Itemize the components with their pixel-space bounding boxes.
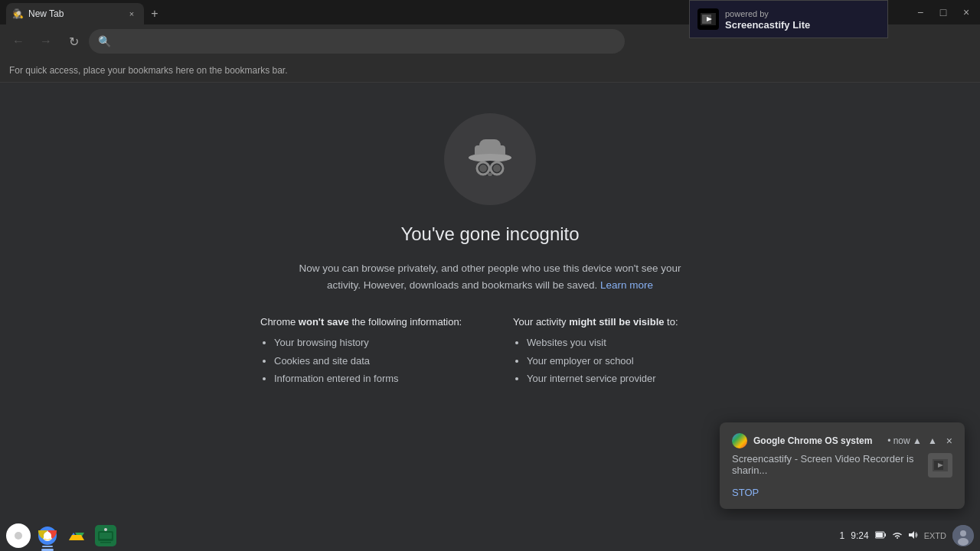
forward-button[interactable]: → [34,29,58,54]
still-visible-column: Your activity might still be visible to:… [513,316,720,390]
user-avatar[interactable] [952,525,974,546]
svg-rect-31 [100,542,111,543]
chrome-os-logo-icon [732,433,747,448]
window-controls: − □ × [910,0,980,24]
volume-icon [909,530,918,541]
taskbar: 1 9:24 EXTD [0,520,980,551]
new-tab-button[interactable]: + [144,3,165,24]
wont-save-list: Your browsing history Cookies and site d… [260,335,467,386]
svg-rect-33 [884,533,886,536]
tab-title: New Tab [28,8,121,19]
svg-point-6 [469,154,511,161]
incognito-description: Now you can browse privately, and other … [291,260,689,293]
screencastify-logo-icon [697,8,719,30]
svg-point-37 [960,530,966,536]
omnibox[interactable]: 🔍 [89,29,625,54]
page-count: 1 [840,530,845,541]
list-item: Information entered in forms [274,371,467,386]
svg-rect-34 [876,533,883,537]
notification-thumbnail [928,453,952,478]
incognito-title: You've gone incognito [400,223,579,245]
tab-close-button[interactable]: × [126,8,138,20]
notification-actions: STOP [732,487,952,498]
incognito-icon-wrapper [444,113,536,205]
screencastify-banner: powered by Screencastify Lite [689,0,888,38]
svg-point-29 [104,528,107,531]
screencastify-text: powered by Screencastify Lite [725,8,810,31]
svg-point-38 [958,538,969,546]
svg-point-11 [493,165,501,172]
notification-source: Google Chrome OS system [753,435,881,446]
taskbar-chrome-icon[interactable] [35,523,60,548]
back-button[interactable]: ← [6,29,31,54]
maximize-button[interactable]: □ [933,2,954,23]
still-visible-list: Websites you visit Your employer or scho… [513,335,720,386]
info-columns: Chrome won't save the following informat… [260,316,720,390]
svg-point-13 [488,173,492,176]
extd-label: EXTD [924,531,946,540]
svg-point-9 [479,165,487,172]
active-tab[interactable]: 🕵️ New Tab × [6,3,144,24]
wont-save-title: Chrome won't save the following informat… [260,316,467,328]
wont-save-column: Chrome won't save the following informat… [260,316,467,390]
still-visible-title: Your activity might still be visible to: [513,316,720,328]
learn-more-link[interactable]: Learn more [600,279,653,291]
svg-point-21 [44,532,51,540]
minimize-button[interactable]: − [910,2,931,23]
list-item: Your employer or school [527,354,720,369]
list-item: Websites you visit [527,335,720,350]
close-window-button[interactable]: × [956,2,977,23]
refresh-button[interactable]: ↻ [61,29,86,54]
taskbar-classroom-icon[interactable] [93,523,118,548]
taskbar-google-drive-icon[interactable] [64,523,89,548]
bookmarks-hint: For quick access, place your bookmarks h… [9,65,288,76]
bookmarks-bar: For quick access, place your bookmarks h… [0,58,980,83]
tab-favicon: 🕵️ [12,8,24,19]
app-launcher-button[interactable] [6,523,31,548]
notification-close-button[interactable]: × [946,435,952,447]
svg-marker-35 [909,531,914,539]
notification-popup: Google Chrome OS system • now ▲ ▲ × Scre… [720,422,965,509]
stop-button[interactable]: STOP [732,487,759,498]
taskbar-time: 9:24 [851,530,868,541]
svg-point-18 [15,532,22,540]
battery-icon [875,531,886,540]
list-item: Your internet service provider [527,371,720,386]
wifi-icon [892,530,903,541]
svg-rect-28 [100,533,112,539]
notification-time: • now ▲ [887,435,922,446]
notification-text: Screencastify - Screen Video Recorder is… [732,453,920,476]
notification-body: Screencastify - Screen Video Recorder is… [732,453,952,478]
search-icon: 🔍 [98,35,111,47]
taskbar-status-area[interactable]: 1 9:24 EXTD [840,525,974,546]
list-item: Your browsing history [274,335,467,350]
incognito-spy-icon [459,129,521,190]
list-item: Cookies and site data [274,354,467,369]
notification-header: Google Chrome OS system • now ▲ ▲ × [732,433,952,448]
notification-expand-icon[interactable]: ▲ [928,435,937,446]
svg-rect-5 [479,139,501,152]
